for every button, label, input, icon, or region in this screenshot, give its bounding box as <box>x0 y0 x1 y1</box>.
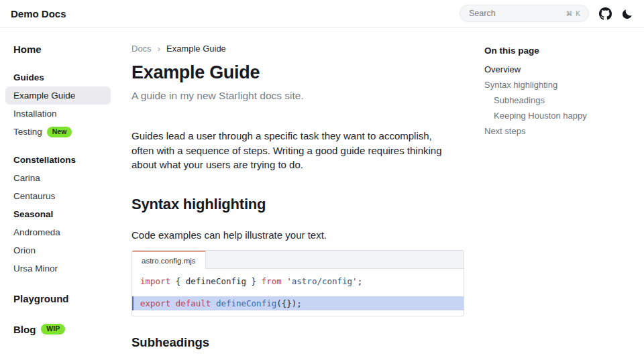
toc-link-subheadings[interactable]: Subheadings <box>494 93 639 108</box>
sidebar-item-andromeda[interactable]: Andromeda <box>5 223 111 241</box>
search-shortcut: ⌘ K <box>566 10 581 17</box>
code-token: defineConfig <box>216 298 276 308</box>
code-tab-filename[interactable]: astro.config.mjs <box>132 251 206 269</box>
sidebar-item-orion[interactable]: Orion <box>5 241 111 259</box>
code-token: { defineConfig } <box>170 276 261 286</box>
site-header: Demo Docs ⌘ K <box>0 0 644 27</box>
code-token: default <box>176 298 211 308</box>
page-title: Example Guide <box>131 62 464 83</box>
breadcrumb: Docs › Example Guide <box>131 44 464 54</box>
site-title[interactable]: Demo Docs <box>11 8 66 19</box>
toc-link-overview[interactable]: Overview <box>484 62 639 77</box>
sidebar-item-playground[interactable]: Playground <box>5 289 111 308</box>
sidebar-item-label: Blog <box>13 324 36 335</box>
sidebar-subgroup-seasonal: Seasonal <box>5 205 111 223</box>
search-input[interactable] <box>469 9 566 18</box>
search-box[interactable]: ⌘ K <box>460 5 589 22</box>
code-area[interactable]: import { defineConfig } from 'astro/conf… <box>132 269 464 316</box>
sidebar-item-testing[interactable]: Testing New <box>5 123 111 141</box>
toc-link-keeping-houston-happy[interactable]: Keeping Houston happy <box>494 108 639 123</box>
code-line-1: import { defineConfig } from 'astro/conf… <box>132 276 464 287</box>
code-token: 'astro/config' <box>286 276 357 286</box>
code-token <box>211 298 216 308</box>
bullet-item: And bullet points containing links. <box>157 359 464 362</box>
code-token: ({}); <box>276 298 302 308</box>
header-actions: ⌘ K <box>460 5 633 22</box>
sidebar-item-ursa-minor[interactable]: Ursa Minor <box>5 259 111 278</box>
subheading-subheadings: Subheadings <box>131 335 464 350</box>
sidebar-group-guides: Guides <box>5 68 111 86</box>
breadcrumb-current[interactable]: Example Guide <box>166 44 226 54</box>
new-badge: New <box>47 127 72 137</box>
code-token <box>170 298 176 308</box>
sidebar-item-centaurus[interactable]: Centaurus <box>5 187 111 205</box>
breadcrumb-docs[interactable]: Docs <box>131 44 152 54</box>
sidebar-item-installation[interactable]: Installation <box>5 105 111 123</box>
code-line-2 <box>132 287 464 296</box>
github-icon[interactable] <box>599 7 612 20</box>
sidebar-item-blog[interactable]: Blog WIP <box>5 320 111 339</box>
sidebar-item-example-guide[interactable]: Example Guide <box>5 86 111 105</box>
chevron-right-icon: › <box>158 44 160 54</box>
page-layout: Home Guides Example Guide Installation T… <box>0 27 644 362</box>
main-content: Docs › Example Guide Example Guide A gui… <box>131 27 464 362</box>
code-token: from <box>262 276 282 286</box>
code-block: astro.config.mjs import { defineConfig }… <box>131 250 464 316</box>
code-line-3-highlighted: export default defineConfig({}); <box>132 296 464 310</box>
toc-link-next-steps[interactable]: Next steps <box>484 123 639 139</box>
table-of-contents: On this page Overview Syntax highlightin… <box>484 27 639 139</box>
sidebar: Home Guides Example Guide Installation T… <box>0 27 124 339</box>
sidebar-group-constellations: Constellations <box>5 151 111 169</box>
search-input-wrap <box>469 9 566 18</box>
code-tab-bar: astro.config.mjs <box>132 251 464 269</box>
bullet-list: And bullet points containing links. <box>131 359 464 362</box>
wip-badge: WIP <box>41 324 65 335</box>
code-token: export <box>140 298 170 308</box>
section-heading-syntax-highlighting: Syntax highlighting <box>131 196 464 213</box>
sidebar-item-home[interactable]: Home <box>5 40 111 59</box>
code-token: ; <box>358 276 363 286</box>
sidebar-item-label: Testing <box>13 127 42 137</box>
intro-paragraph: Guides lead a user through a specific ta… <box>131 129 449 172</box>
code-token: import <box>140 276 170 286</box>
page-subtitle: A guide in my new Starlight docs site. <box>131 90 464 102</box>
theme-toggle-moon-icon[interactable] <box>622 8 633 19</box>
toc-title: On this page <box>484 46 639 56</box>
toc-link-syntax-highlighting[interactable]: Syntax highlighting <box>484 77 639 93</box>
sidebar-item-carina[interactable]: Carina <box>5 169 111 187</box>
section-intro: Code examples can help illustrate your t… <box>131 229 464 241</box>
